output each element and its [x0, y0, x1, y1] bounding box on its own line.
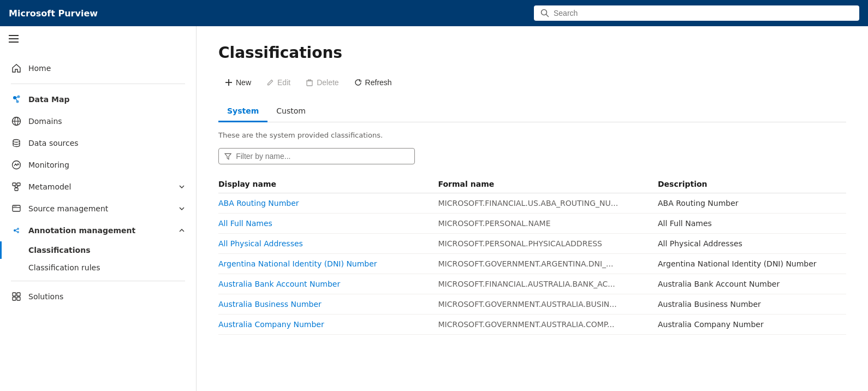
svg-rect-16 — [17, 183, 20, 186]
svg-rect-30 — [17, 293, 20, 296]
delete-button[interactable]: Delete — [299, 75, 345, 90]
source-management-icon — [11, 203, 22, 214]
sidebar-item-label: Source management — [28, 204, 108, 213]
svg-line-8 — [16, 97, 18, 98]
topbar: Microsoft Purview — [0, 0, 868, 26]
svg-rect-20 — [13, 205, 20, 211]
chevron-down-icon — [179, 183, 185, 190]
col-header-description: Description — [658, 175, 846, 193]
sidebar-item-label: Data sources — [28, 139, 79, 147]
svg-rect-17 — [15, 188, 18, 191]
svg-rect-15 — [13, 183, 16, 186]
sidebar-item-classification-rules[interactable]: Classification rules — [0, 259, 196, 276]
sidebar-item-source-management[interactable]: Source management — [0, 198, 196, 220]
table-row: ABA Routing Number MICROSOFT.FINANCIAL.U… — [218, 193, 846, 214]
cell-display-name[interactable]: Australia Company Number — [218, 315, 438, 335]
cell-display-name[interactable]: ABA Routing Number — [218, 193, 438, 214]
app-body: Home Data Map — [0, 26, 868, 391]
sidebar-item-label: Monitoring — [28, 161, 69, 169]
col-header-display-name: Display name — [218, 175, 438, 193]
main-content: Classifications New Edit Delete Refresh — [197, 26, 868, 391]
cell-description: Australia Bank Account Number — [658, 274, 846, 294]
cell-display-name[interactable]: Australia Bank Account Number — [218, 274, 438, 294]
table-row: All Physical Addresses MICROSOFT.PERSONA… — [218, 234, 846, 254]
monitoring-icon — [11, 159, 22, 170]
cell-formal-name: MICROSOFT.GOVERNMENT.AUSTRALIA.BUSIN... — [438, 294, 658, 315]
sidebar-item-label: Solutions — [28, 292, 63, 301]
table-row: Australia Bank Account Number MICROSOFT.… — [218, 274, 846, 294]
datamap-icon — [11, 94, 22, 105]
home-icon — [11, 63, 22, 74]
svg-rect-32 — [17, 297, 20, 300]
sidebar-sub-item-label: Classifications — [28, 246, 91, 254]
cell-display-name[interactable]: Australia Business Number — [218, 294, 438, 315]
sidebar-item-label: Home — [28, 64, 51, 73]
cell-formal-name: MICROSOFT.PERSONAL.NAME — [438, 214, 658, 234]
svg-rect-4 — [9, 42, 19, 43]
cell-description: ABA Routing Number — [658, 193, 846, 214]
sidebar-item-domains[interactable]: Domains — [0, 110, 196, 132]
cell-formal-name: MICROSOFT.FINANCIAL.US.ABA_ROUTING_NU... — [438, 193, 658, 214]
tabs: System Custom — [218, 101, 846, 122]
filter-input[interactable] — [236, 152, 409, 161]
chevron-up-icon — [179, 227, 185, 234]
svg-line-1 — [546, 15, 549, 17]
sidebar-item-classifications[interactable]: Classifications — [0, 241, 196, 259]
cell-display-name[interactable]: Argentina National Identity (DNI) Number — [218, 254, 438, 274]
edit-button[interactable]: Edit — [260, 75, 297, 90]
svg-rect-35 — [307, 81, 312, 86]
svg-point-5 — [13, 96, 16, 99]
svg-point-23 — [15, 206, 16, 207]
cell-description: All Physical Addresses — [658, 234, 846, 254]
svg-line-28 — [16, 231, 17, 232]
filter-input-wrap[interactable] — [218, 148, 415, 164]
app-title: Microsoft Purview — [9, 8, 534, 19]
toolbar: New Edit Delete Refresh — [218, 75, 846, 90]
cell-formal-name: MICROSOFT.GOVERNMENT.ARGENTINA.DNI_... — [438, 254, 658, 274]
search-icon — [540, 9, 549, 17]
hamburger-button[interactable] — [0, 26, 196, 53]
refresh-button[interactable]: Refresh — [348, 75, 399, 90]
cell-formal-name: MICROSOFT.GOVERNMENT.AUSTRALIA.COMP... — [438, 315, 658, 335]
annotation-icon — [11, 225, 22, 236]
cell-display-name[interactable]: All Physical Addresses — [218, 234, 438, 254]
svg-point-22 — [14, 206, 15, 207]
data-sources-icon — [11, 138, 22, 149]
edit-button-label: Edit — [277, 78, 290, 87]
svg-rect-31 — [13, 297, 16, 300]
svg-rect-29 — [13, 293, 16, 296]
sidebar-item-label: Domains — [28, 117, 62, 126]
domains-icon — [11, 116, 22, 127]
cell-description: All Full Names — [658, 214, 846, 234]
sidebar-item-data-map[interactable]: Data Map — [0, 88, 196, 110]
cell-formal-name: MICROSOFT.FINANCIAL.AUSTRALIA.BANK_AC... — [438, 274, 658, 294]
sidebar-item-label: Annotation management — [28, 226, 135, 235]
svg-point-13 — [13, 140, 20, 143]
cell-display-name[interactable]: All Full Names — [218, 214, 438, 234]
tab-system[interactable]: System — [218, 101, 267, 122]
svg-line-9 — [16, 99, 17, 101]
metamodel-icon — [11, 181, 22, 192]
cell-description: Australia Business Number — [658, 294, 846, 315]
cell-formal-name: MICROSOFT.PERSONAL.PHYSICALADDRESS — [438, 234, 658, 254]
new-button-label: New — [236, 78, 251, 87]
sidebar-divider — [11, 84, 185, 84]
sidebar-item-monitoring[interactable]: Monitoring — [0, 154, 196, 176]
sidebar-item-home[interactable]: Home — [0, 57, 196, 79]
sidebar-item-metamodel[interactable]: Metamodel — [0, 176, 196, 198]
search-box[interactable] — [534, 5, 859, 21]
new-button[interactable]: New — [218, 75, 258, 90]
sidebar-item-data-sources[interactable]: Data sources — [0, 132, 196, 154]
tab-description: These are the system provided classifica… — [218, 131, 846, 139]
table-row: Australia Company Number MICROSOFT.GOVER… — [218, 315, 846, 335]
sidebar-nav: Home Data Map — [0, 53, 196, 312]
tab-custom[interactable]: Custom — [267, 101, 314, 122]
chevron-down-icon — [179, 205, 185, 212]
sidebar-item-solutions[interactable]: Solutions — [0, 286, 196, 307]
table-row: Australia Business Number MICROSOFT.GOVE… — [218, 294, 846, 315]
sidebar-item-annotation-management[interactable]: Annotation management — [0, 220, 196, 241]
search-input[interactable] — [554, 9, 853, 17]
delete-button-label: Delete — [317, 78, 338, 87]
sidebar: Home Data Map — [0, 26, 197, 391]
refresh-button-label: Refresh — [365, 78, 392, 87]
